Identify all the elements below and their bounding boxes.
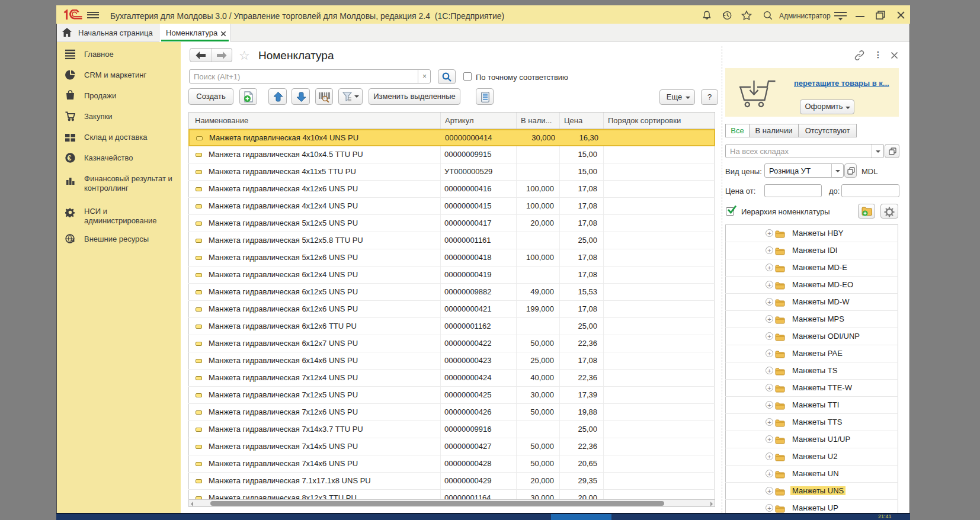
- svg-text:€: €: [68, 154, 72, 162]
